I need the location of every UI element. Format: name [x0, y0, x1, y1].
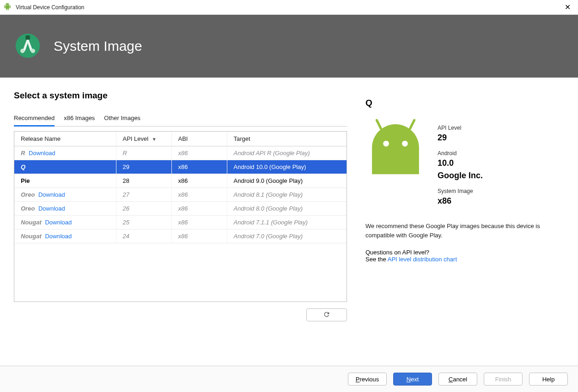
detail-recommendation: We recommend these Google Play images be…: [365, 222, 564, 240]
col-api-level-label: API Level: [123, 135, 149, 142]
detail-see-prefix: See the: [365, 256, 388, 263]
cell-abi: x86: [171, 229, 227, 243]
col-release-name[interactable]: Release Name: [14, 132, 116, 146]
download-link[interactable]: Download: [45, 219, 72, 226]
cell-target: Android 7.1.1 (Google Play): [227, 216, 347, 229]
tab-other-images[interactable]: Other Images: [104, 111, 140, 126]
cell-api: R: [116, 146, 171, 160]
image-tabs: Recommended x86 Images Other Images: [14, 111, 347, 127]
cell-api: 29: [116, 160, 171, 174]
svg-point-2: [20, 48, 24, 53]
detail-question: Questions on API level?: [365, 249, 564, 256]
refresh-row: [14, 308, 347, 321]
table-row[interactable]: Nougat Download25x86Android 7.1.1 (Googl…: [14, 216, 347, 229]
content-area: Select a system image Recommended x86 Im…: [0, 78, 578, 366]
refresh-button[interactable]: [306, 308, 347, 321]
details-pane: Q API Level 29 Android 10.0 Google Inc. …: [361, 90, 564, 366]
android-illustration: [365, 115, 426, 181]
tab-x86-images[interactable]: x86 Images: [64, 111, 95, 126]
cell-release: Pie: [14, 174, 116, 188]
section-heading: Select a system image: [14, 90, 347, 101]
left-pane: Select a system image Recommended x86 Im…: [14, 90, 347, 366]
download-link[interactable]: Download: [38, 191, 65, 198]
col-abi[interactable]: ABI: [171, 132, 227, 146]
cell-abi: x86: [171, 216, 227, 229]
cell-release: Q: [14, 160, 116, 174]
table-header-row: Release Name API Level ▼ ABI Target: [14, 132, 347, 146]
col-api-level[interactable]: API Level ▼: [116, 132, 171, 146]
cell-api: 26: [116, 202, 171, 216]
svg-point-4: [383, 141, 389, 147]
cell-abi: x86: [171, 202, 227, 216]
android-icon: [4, 3, 11, 12]
cancel-button[interactable]: Cancel: [438, 373, 477, 386]
close-icon[interactable]: ✕: [561, 1, 574, 13]
refresh-icon: [323, 311, 330, 320]
cell-target: Android 8.0 (Google Play): [227, 202, 347, 216]
system-image-table: Release Name API Level ▼ ABI Target R Do…: [14, 131, 347, 302]
wizard-header: System Image: [0, 15, 578, 78]
cell-release: Oreo Download: [14, 188, 116, 202]
tab-recommended[interactable]: Recommended: [14, 111, 55, 127]
cell-release: Nougat Download: [14, 216, 116, 229]
detail-vendor: Google Inc.: [438, 171, 483, 181]
cell-target: Android 8.1 (Google Play): [227, 188, 347, 202]
detail-api-value: 29: [438, 133, 483, 143]
cell-api: 27: [116, 188, 171, 202]
android-studio-logo: [14, 32, 42, 61]
detail-see-line: See the API level distribution chart: [365, 256, 564, 263]
api-level-chart-link[interactable]: API level distribution chart: [388, 256, 457, 263]
col-target[interactable]: Target: [227, 132, 347, 146]
download-link[interactable]: Download: [29, 150, 55, 157]
detail-android-value: 10.0: [438, 158, 483, 168]
svg-rect-1: [25, 35, 30, 39]
titlebar: Virtual Device Configuration ✕: [0, 0, 578, 15]
cell-abi: x86: [171, 174, 227, 188]
next-button[interactable]: Next: [393, 373, 432, 386]
cell-abi: x86: [171, 188, 227, 202]
table-row[interactable]: Oreo Download26x86Android 8.0 (Google Pl…: [14, 202, 347, 216]
finish-button: Finish: [484, 373, 523, 386]
cell-release: R Download: [14, 146, 116, 160]
detail-android-label: Android: [438, 150, 483, 157]
wizard-footer: Previous Next Cancel Finish Help: [0, 366, 578, 392]
cell-api: 25: [116, 216, 171, 229]
cell-abi: x86: [171, 160, 227, 174]
cell-target: Android 10.0 (Google Play): [227, 160, 347, 174]
table-row[interactable]: Q29x86Android 10.0 (Google Play): [14, 160, 347, 174]
page-title: System Image: [54, 38, 142, 54]
svg-point-5: [402, 141, 408, 147]
cell-target: Android 7.0 (Google Play): [227, 229, 347, 243]
detail-release-name: Q: [365, 98, 564, 108]
table-row[interactable]: Pie28x86Android 9.0 (Google Play): [14, 174, 347, 188]
detail-sysimg-value: x86: [438, 196, 483, 206]
cell-abi: x86: [171, 146, 227, 160]
help-button[interactable]: Help: [529, 373, 568, 386]
previous-button[interactable]: Previous: [348, 373, 387, 386]
cell-api: 28: [116, 174, 171, 188]
cell-target: Android API R (Google Play): [227, 146, 347, 160]
cell-release: Oreo Download: [14, 202, 116, 216]
window-title: Virtual Device Configuration: [16, 4, 85, 11]
download-link[interactable]: Download: [45, 233, 72, 240]
cell-api: 24: [116, 229, 171, 243]
table-row[interactable]: Nougat Download24x86Android 7.0 (Google …: [14, 229, 347, 243]
cell-target: Android 9.0 (Google Play): [227, 174, 347, 188]
table-row[interactable]: Oreo Download27x86Android 8.1 (Google Pl…: [14, 188, 347, 202]
svg-point-3: [31, 48, 35, 53]
cell-release: Nougat Download: [14, 229, 116, 243]
download-link[interactable]: Download: [38, 205, 65, 212]
detail-api-label: API Level: [438, 125, 483, 131]
sort-descending-icon: ▼: [152, 137, 157, 142]
table-row[interactable]: R DownloadRx86Android API R (Google Play…: [14, 146, 347, 160]
detail-sysimg-label: System Image: [438, 188, 483, 194]
